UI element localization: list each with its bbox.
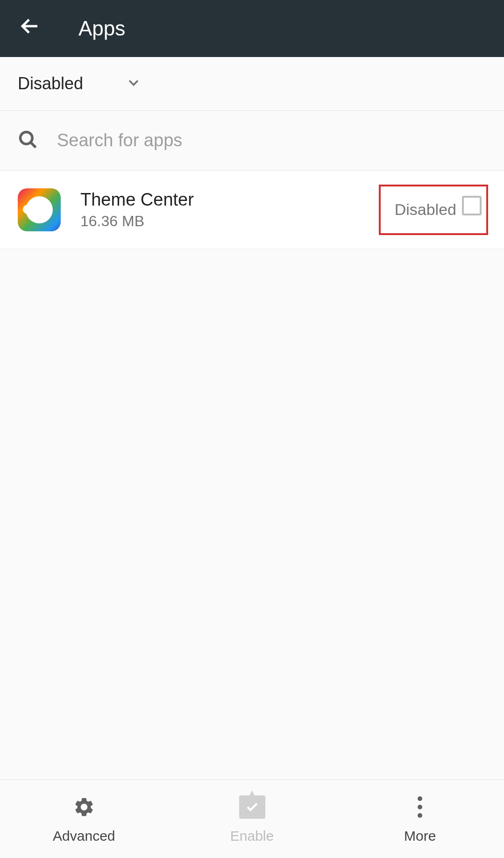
advanced-button[interactable]: Advanced	[0, 780, 168, 858]
search-icon	[18, 129, 38, 152]
filter-selected-label: Disabled	[18, 74, 83, 93]
status-text: Disabled	[395, 200, 456, 219]
gear-icon	[73, 794, 95, 820]
chevron-down-icon	[125, 74, 142, 93]
back-arrow-icon[interactable]	[19, 15, 41, 43]
bottom-navigation: Advanced Enable More	[0, 779, 504, 858]
search-input[interactable]	[57, 130, 486, 150]
status-container: Disabled	[379, 185, 488, 235]
advanced-label: Advanced	[53, 828, 115, 844]
search-bar[interactable]	[0, 111, 504, 171]
app-list-item[interactable]: Theme Center 16.36 MB Disabled	[0, 171, 504, 249]
more-button[interactable]: More	[336, 780, 504, 858]
app-header: Apps	[0, 0, 504, 57]
filter-dropdown[interactable]: Disabled	[0, 57, 504, 111]
more-dots-icon	[418, 794, 422, 820]
svg-line-2	[31, 142, 36, 147]
content-spacer	[0, 249, 504, 779]
enable-label: Enable	[230, 828, 274, 844]
enable-button[interactable]: Enable	[168, 780, 336, 858]
app-checkbox[interactable]	[462, 196, 482, 215]
enable-icon	[239, 794, 265, 820]
app-icon	[18, 188, 61, 231]
svg-point-1	[21, 132, 33, 144]
more-label: More	[404, 828, 436, 844]
page-title: Apps	[78, 17, 125, 40]
